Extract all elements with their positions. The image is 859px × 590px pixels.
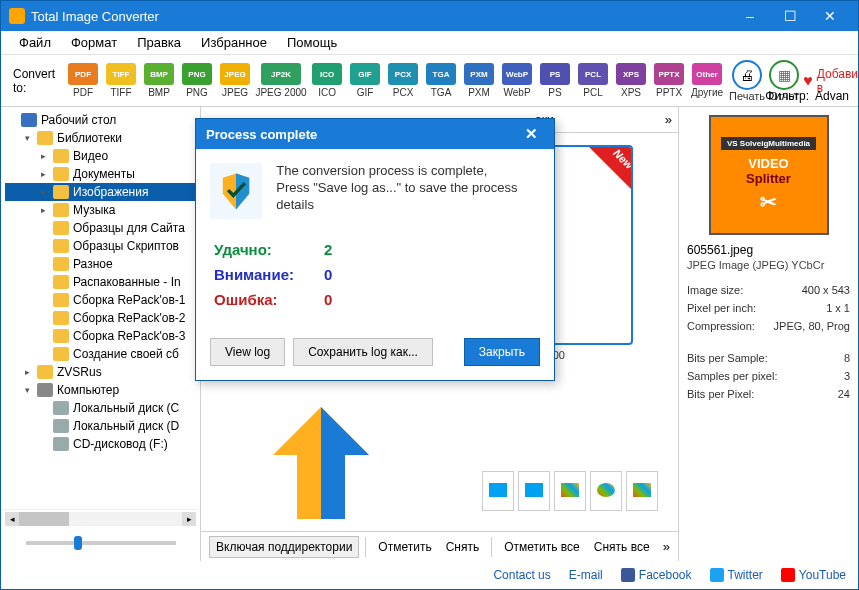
tree-item-10[interactable]: Сборка RePack'ов-1 [5,291,196,309]
filter-label: Фильтр: [765,89,809,103]
file-name: 605561.jpeg [687,243,850,257]
mark-all-button[interactable]: Отметить все [498,537,586,557]
tree-item-16[interactable]: Локальный диск (C [5,399,196,417]
format-xps-button[interactable]: XPSXPS [613,63,649,98]
tree-item-9[interactable]: Распакованные - In [5,273,196,291]
file-format: JPEG Image (JPEG) YCbCr [687,259,850,271]
format-tga-button[interactable]: TGATGA [423,63,459,98]
youtube-link[interactable]: YouTube [781,568,846,582]
tree-item-0[interactable]: Рабочий стол [5,111,196,129]
format-pcl-button[interactable]: PCLPCL [575,63,611,98]
close-button[interactable]: ✕ [810,2,850,30]
zoom-slider[interactable] [26,541,176,545]
property-row: Pixel per inch:1 x 1 [687,299,850,317]
facebook-link[interactable]: Facebook [621,568,692,582]
format-bmp-button[interactable]: BMPBMP [141,63,177,98]
preview-image: VS SolveigMultimedia VIDEO Splitter ✂ [709,115,829,235]
zoom-thumb[interactable] [74,536,82,550]
toolbar: Convert to: PDFPDFTIFFTIFFBMPBMPPNGPNGJP… [1,55,858,107]
contact-link[interactable]: Contact us [493,568,550,582]
windows8-logo [518,471,550,511]
filter-value[interactable]: Advan [815,89,849,103]
format-jpeg2000-button[interactable]: JP2KJPEG 2000 [255,63,307,98]
dialog-message-1: The conversion process is complete, [276,163,540,180]
maximize-button[interactable]: ☐ [770,2,810,30]
success-label: Удачно: [214,241,314,258]
properties-panel: VS SolveigMultimedia VIDEO Splitter ✂ 60… [678,107,858,561]
print-label: Печать [729,90,765,102]
youtube-icon [781,568,795,582]
tree-item-3[interactable]: ▸Документы [5,165,196,183]
folder-tree[interactable]: Рабочий стол▾Библиотеки▸Видео▸Документы▸… [1,107,201,561]
unmark-all-button[interactable]: Снять все [588,537,656,557]
unmark-button[interactable]: Снять [440,537,486,557]
scroll-thumb[interactable] [19,512,69,526]
tree-item-5[interactable]: ▸Музыка [5,201,196,219]
format-gif-button[interactable]: GIFGIF [347,63,383,98]
windows10-logo [482,471,514,511]
tree-item-11[interactable]: Сборка RePack'ов-2 [5,309,196,327]
error-count: 0 [324,291,332,308]
tree-item-18[interactable]: CD-дисковод (F:) [5,435,196,453]
vista-logo [590,471,622,511]
menu-help[interactable]: Помощь [277,33,347,52]
tree-item-15[interactable]: ▾Компьютер [5,381,196,399]
xp-logo [626,471,658,511]
menu-edit[interactable]: Правка [127,33,191,52]
dialog-close-primary-button[interactable]: Закрыть [464,338,540,366]
menu-format[interactable]: Формат [61,33,127,52]
scroll-track[interactable] [19,512,182,526]
tree-item-17[interactable]: Локальный диск (D [5,417,196,435]
property-row: Image size:400 x 543 [687,281,850,299]
format-jpeg-button[interactable]: JPEGJPEG [217,63,253,98]
dialog-close-button[interactable]: ✕ [518,125,544,143]
format-pcx-button[interactable]: PCXPCX [385,63,421,98]
format-tiff-button[interactable]: TIFFTIFF [103,63,139,98]
format-webp-button[interactable]: WebPWebP [499,63,535,98]
new-badge: New [583,145,633,195]
convert-to-label: Convert to: [13,67,55,95]
error-label: Ошибка: [214,291,314,308]
twitter-link[interactable]: Twitter [710,568,763,582]
format-другие-button[interactable]: OtherДругие [689,63,725,98]
format-pxm-button[interactable]: PXMPXM [461,63,497,98]
printer-icon: 🖨 [740,67,754,83]
tree-item-14[interactable]: ▸ZVSRus [5,363,196,381]
tree-item-1[interactable]: ▾Библиотеки [5,129,196,147]
property-row: Compression:JPEG, 80, Prog [687,317,850,335]
property-row: Samples per pixel:3 [687,367,850,385]
format-pdf-button[interactable]: PDFPDF [65,63,101,98]
menu-file[interactable]: Файл [9,33,61,52]
tree-item-8[interactable]: Разное [5,255,196,273]
menu-favorites[interactable]: Избранное [191,33,277,52]
tree-item-12[interactable]: Сборка RePack'ов-3 [5,327,196,345]
scroll-left-button[interactable]: ◂ [5,512,19,526]
format-png-button[interactable]: PNGPNG [179,63,215,98]
windows7-logo [554,471,586,511]
property-row: Bits per Pixel:24 [687,385,850,403]
expand-icon[interactable]: » [665,112,672,127]
tree-item-6[interactable]: Образцы для Сайта [5,219,196,237]
format-pptx-button[interactable]: PPTXPPTX [651,63,687,98]
report-icon: ▦ [778,67,791,83]
twitter-icon [710,568,724,582]
minimize-button[interactable]: – [730,2,770,30]
dialog-success-icon [210,163,262,219]
view-log-button[interactable]: View log [210,338,285,366]
toolbar-expand-icon[interactable]: » [663,539,670,554]
process-complete-dialog: Process complete ✕ The conversion proces… [195,118,555,381]
save-log-button[interactable]: Сохранить log как... [293,338,433,366]
format-ico-button[interactable]: ICOICO [309,63,345,98]
scroll-right-button[interactable]: ▸ [182,512,196,526]
os-compatibility-logos [482,471,658,511]
dialog-message-2: Press "Save log as..." to save the proce… [276,180,540,214]
print-button[interactable]: 🖨 Печать [729,60,765,102]
tree-item-2[interactable]: ▸Видео [5,147,196,165]
tree-item-4[interactable]: ▸Изображения [5,183,196,201]
format-ps-button[interactable]: PSPS [537,63,573,98]
warning-label: Внимание: [214,266,314,283]
tree-item-13[interactable]: Создание своей сб [5,345,196,363]
menu-bar: Файл Формат Правка Избранное Помощь [1,31,858,55]
email-link[interactable]: E-mail [569,568,603,582]
tree-item-7[interactable]: Образцы Скриптов [5,237,196,255]
